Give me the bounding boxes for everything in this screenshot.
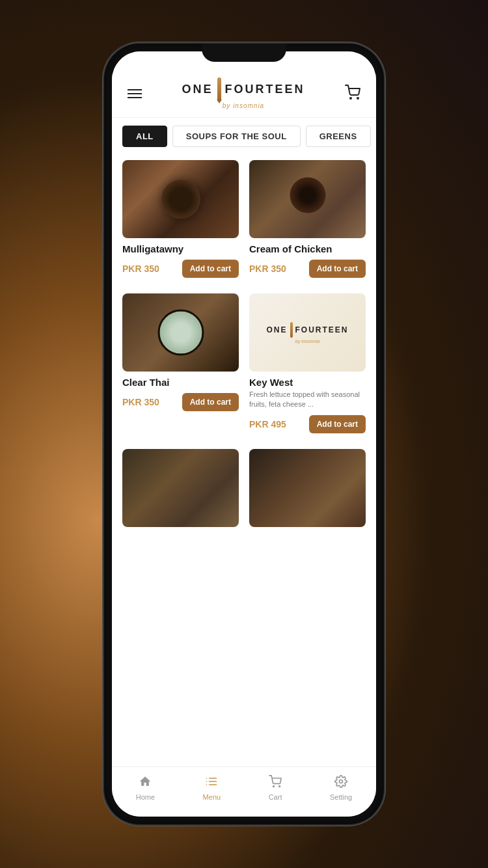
svg-point-0 <box>350 98 351 99</box>
key-west-price: PKR 495 <box>249 419 286 429</box>
mulligatawny-image[interactable] <box>122 160 239 238</box>
placeholder-logo-sub: by insomnia <box>295 339 319 344</box>
filter-tabs: ALL SOUPS FOR THE SOUL GREENS <box>112 118 376 155</box>
placeholder-logo-left: ONE <box>266 325 287 334</box>
menu-item-clear-thai: Clear Thai PKR 350 Add to cart <box>122 293 239 439</box>
logo-pin-icon <box>217 77 221 101</box>
key-west-footer: PKR 495 Add to cart <box>249 415 366 433</box>
menu-item-mulligatawny: Mulligatawny PKR 350 Add to cart <box>122 160 239 283</box>
logo-subtitle: by insomnia <box>223 102 264 109</box>
svg-point-2 <box>273 786 275 787</box>
key-west-logo-placeholder: ONE FOURTEEN by insomnia <box>249 293 366 372</box>
nav-item-cart[interactable]: Cart <box>258 772 293 804</box>
cart-button[interactable] <box>342 82 363 105</box>
cream-of-chicken-add-to-cart-button[interactable]: Add to cart <box>309 260 366 278</box>
nav-item-menu[interactable]: Menu <box>193 772 232 804</box>
filter-tab-soups[interactable]: SOUPS FOR THE SOUL <box>172 126 301 147</box>
placeholder-logo-right: FOURTEEN <box>295 325 349 334</box>
notch <box>202 44 286 62</box>
menu-item-5 <box>122 449 239 527</box>
nav-label-menu: Menu <box>203 793 221 801</box>
key-west-image[interactable]: ONE FOURTEEN by insomnia <box>249 293 366 372</box>
cart-nav-icon <box>269 775 282 791</box>
mulligatawny-add-to-cart-button[interactable]: Add to cart <box>182 260 239 278</box>
app-logo: ONE FOURTEEN by insomnia <box>182 77 305 109</box>
bottom-navigation: Home Menu Cart <box>112 766 376 817</box>
nav-label-setting: Setting <box>330 793 352 801</box>
hamburger-menu-button[interactable] <box>125 87 144 101</box>
cream-of-chicken-footer: PKR 350 Add to cart <box>249 260 366 278</box>
home-icon <box>139 775 152 791</box>
cream-of-chicken-image[interactable] <box>249 160 366 238</box>
mulligatawny-name: Mulligatawny <box>122 243 239 254</box>
logo-text-right: FOURTEEN <box>225 83 305 96</box>
cream-of-chicken-name: Cream of Chicken <box>249 243 366 254</box>
filter-tab-all[interactable]: ALL <box>122 126 167 147</box>
mulligatawny-price: PKR 350 <box>122 264 159 274</box>
placeholder-logo-pin <box>290 322 293 338</box>
item-6-image[interactable] <box>249 449 366 527</box>
phone-screen: ONE FOURTEEN by insomnia ALL SOUPS FOR T… <box>112 51 376 817</box>
menu-icon <box>205 775 218 791</box>
svg-point-4 <box>340 780 343 783</box>
menu-grid: Mulligatawny PKR 350 Add to cart Cream o… <box>122 160 366 527</box>
nav-label-cart: Cart <box>269 793 282 801</box>
phone-frame: ONE FOURTEEN by insomnia ALL SOUPS FOR T… <box>104 44 384 824</box>
logo-text-left: ONE <box>182 83 213 96</box>
menu-content: Mulligatawny PKR 350 Add to cart Cream o… <box>112 155 376 766</box>
nav-label-home: Home <box>136 793 155 801</box>
svg-point-1 <box>357 98 359 99</box>
key-west-name: Key West <box>249 377 366 388</box>
cream-of-chicken-price: PKR 350 <box>249 264 286 274</box>
menu-item-6 <box>249 449 366 527</box>
mulligatawny-footer: PKR 350 Add to cart <box>122 260 239 278</box>
nav-item-setting[interactable]: Setting <box>319 772 362 804</box>
filter-tab-greens[interactable]: GREENS <box>306 126 371 147</box>
clear-thai-footer: PKR 350 Add to cart <box>122 393 239 411</box>
clear-thai-add-to-cart-button[interactable]: Add to cart <box>182 393 239 411</box>
svg-point-3 <box>279 786 280 787</box>
clear-thai-name: Clear Thai <box>122 377 239 388</box>
key-west-description: Fresh lettuce topped with seasonal fruit… <box>249 390 366 410</box>
menu-item-cream-of-chicken: Cream of Chicken PKR 350 Add to cart <box>249 160 366 283</box>
menu-item-key-west: ONE FOURTEEN by insomnia Key West Fresh … <box>249 293 366 439</box>
setting-icon <box>334 775 347 791</box>
clear-thai-price: PKR 350 <box>122 397 159 407</box>
key-west-add-to-cart-button[interactable]: Add to cart <box>309 415 366 433</box>
clear-thai-image[interactable] <box>122 293 239 372</box>
item-5-image[interactable] <box>122 449 239 527</box>
nav-item-home[interactable]: Home <box>126 772 165 804</box>
